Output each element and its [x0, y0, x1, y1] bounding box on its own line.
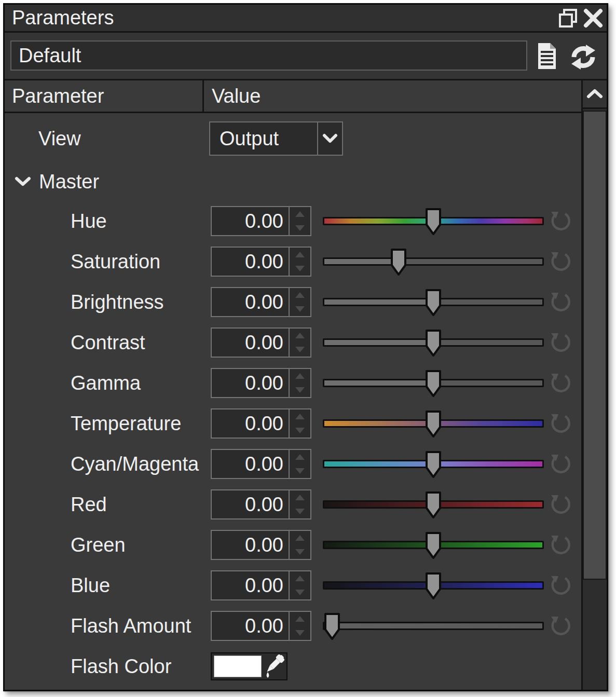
color-picker-button[interactable] [262, 654, 286, 678]
slider-handle[interactable] [425, 491, 442, 519]
value-text: 0.00 [212, 531, 289, 559]
reset-undo-icon[interactable] [549, 372, 572, 394]
scrollbar-thumb[interactable] [583, 111, 607, 580]
color-swatch[interactable] [214, 655, 262, 677]
parameter-label: Blue [71, 565, 110, 606]
scroll-up-button[interactable] [583, 80, 607, 109]
close-icon[interactable] [582, 7, 605, 30]
reset-undo-icon[interactable] [549, 412, 572, 435]
spin-up-button[interactable] [290, 571, 310, 585]
value-spinbox[interactable]: 0.00 [211, 287, 311, 317]
spin-down-button[interactable] [290, 302, 310, 316]
preset-area: Default [5, 33, 607, 79]
value-text: 0.00 [212, 369, 289, 397]
restore-window-icon[interactable] [558, 7, 579, 29]
spin-up-arrow [295, 576, 305, 581]
value-spinbox[interactable]: 0.00 [211, 206, 311, 236]
spin-down-button[interactable] [290, 504, 310, 518]
spin-up-button[interactable] [290, 490, 310, 504]
slider[interactable] [321, 363, 545, 403]
preset-name-input[interactable]: Default [10, 40, 527, 71]
slider-track[interactable] [323, 257, 544, 266]
spin-up-button[interactable] [290, 329, 310, 343]
slider[interactable] [321, 525, 545, 565]
reset-undo-icon[interactable] [549, 291, 572, 313]
slider[interactable] [321, 565, 545, 606]
spin-up-button[interactable] [290, 531, 310, 545]
value-spinbox[interactable]: 0.00 [211, 247, 311, 277]
spin-down-button[interactable] [290, 262, 310, 276]
slider[interactable] [321, 484, 545, 525]
slider-track[interactable] [323, 622, 544, 630]
view-dropdown[interactable]: Output [209, 121, 343, 156]
view-dropdown-button[interactable] [317, 122, 342, 155]
parameter-row: Contrast 0.00 [5, 322, 581, 363]
spin-down-button[interactable] [290, 423, 310, 438]
slider[interactable] [321, 282, 545, 322]
slider-handle[interactable] [425, 410, 442, 438]
slider[interactable] [321, 444, 545, 484]
spin-up-button[interactable] [290, 409, 310, 423]
spin-down-button[interactable] [290, 464, 310, 478]
spin-up-arrow [295, 373, 305, 379]
spin-up-button[interactable] [290, 207, 310, 221]
slider-handle[interactable] [323, 612, 341, 640]
spin-up-button[interactable] [290, 288, 310, 302]
slider-handle[interactable] [425, 329, 442, 357]
slider[interactable] [321, 322, 545, 363]
slider-handle[interactable] [425, 572, 442, 600]
spin-up-arrow [295, 333, 305, 338]
preset-name-text: Default [11, 45, 81, 67]
spin-down-button[interactable] [290, 626, 310, 640]
value-text: 0.00 [212, 248, 289, 276]
value-spinbox[interactable]: 0.00 [211, 611, 311, 641]
master-group-row[interactable]: Master [5, 162, 581, 201]
reset-undo-icon[interactable] [549, 534, 572, 556]
reset-undo-icon[interactable] [549, 210, 572, 233]
scrollbar[interactable] [583, 80, 607, 690]
value-text: 0.00 [212, 329, 289, 357]
value-spinbox[interactable]: 0.00 [211, 530, 311, 560]
spin-down-button[interactable] [290, 585, 310, 599]
color-control[interactable] [211, 652, 288, 680]
refresh-icon[interactable] [569, 44, 597, 70]
reset-undo-icon[interactable] [549, 614, 572, 637]
spin-up-button[interactable] [290, 369, 310, 383]
slider-handle[interactable] [425, 208, 442, 236]
spin-up-button[interactable] [290, 248, 310, 262]
reset-undo-icon[interactable] [549, 331, 572, 354]
eyedropper-icon [264, 654, 284, 678]
value-spinbox[interactable]: 0.00 [211, 327, 311, 358]
slider[interactable] [321, 201, 545, 241]
slider-handle[interactable] [425, 531, 442, 559]
document-icon[interactable] [536, 42, 558, 70]
slider[interactable] [321, 241, 545, 282]
slider-handle[interactable] [390, 248, 407, 276]
slider-handle[interactable] [425, 370, 442, 398]
column-divider[interactable] [202, 80, 204, 113]
spin-down-button[interactable] [290, 343, 310, 357]
value-text: 0.00 [212, 207, 289, 235]
spin-up-arrow [295, 616, 305, 622]
slider-handle[interactable] [425, 289, 442, 317]
reset-undo-icon[interactable] [549, 250, 572, 273]
reset-undo-icon[interactable] [549, 493, 572, 516]
collapse-chevron-icon[interactable] [15, 176, 31, 187]
spin-up-button[interactable] [290, 612, 310, 626]
slider[interactable] [321, 403, 545, 444]
reset-undo-icon[interactable] [549, 453, 572, 475]
parameter-label: Green [71, 525, 126, 565]
value-spinbox[interactable]: 0.00 [211, 489, 311, 520]
spin-down-button[interactable] [290, 221, 310, 235]
spin-down-button[interactable] [290, 383, 310, 397]
value-spinbox[interactable]: 0.00 [211, 449, 311, 479]
slider-handle[interactable] [425, 450, 442, 479]
spin-down-button[interactable] [290, 545, 310, 559]
value-spinbox[interactable]: 0.00 [211, 408, 311, 439]
reset-undo-icon[interactable] [549, 574, 572, 597]
spin-down-arrow [295, 266, 305, 271]
value-spinbox[interactable]: 0.00 [211, 368, 311, 398]
slider[interactable] [321, 606, 545, 646]
value-spinbox[interactable]: 0.00 [211, 570, 311, 600]
spin-up-button[interactable] [290, 450, 310, 464]
